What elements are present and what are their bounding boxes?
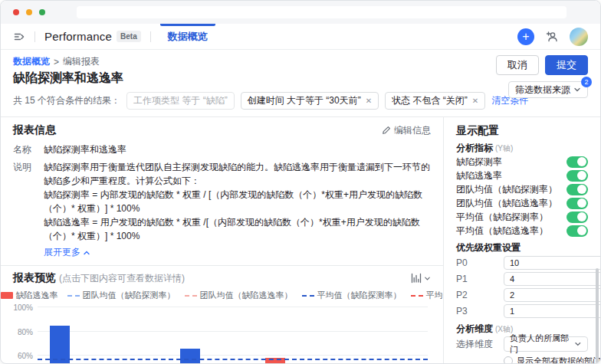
toggle-switch[interactable] (567, 156, 588, 168)
report-panel: 报表信息 编辑信息 名称 缺陷探测率和逃逸率 说明 缺陷探测率用于衡量迭代团队自… (1, 117, 444, 364)
name-label: 名称 (13, 143, 44, 156)
submit-button[interactable]: 提交 (545, 55, 588, 75)
weight-input[interactable] (504, 288, 600, 302)
breadcrumb-separator: > (54, 57, 59, 67)
toggle-switch[interactable] (567, 170, 588, 182)
bar-group[interactable] (103, 307, 168, 364)
weight-input[interactable] (504, 256, 600, 270)
legend-label: 团队均值（缺陷逃逸率） (200, 290, 293, 301)
bar-groups (38, 307, 428, 364)
weight-label: P2 (456, 290, 504, 300)
toggle-switch[interactable] (567, 184, 588, 195)
user-avatar[interactable] (570, 28, 588, 46)
report-preview-title: 报表预览 (13, 271, 56, 285)
filter-source-button[interactable]: 筛选数据来源 2 (508, 81, 588, 98)
description-line: 缺陷探测率 = 内部发现的缺陷数 * 权重 / [（内部发现的缺陷数（个）*权重… (44, 188, 431, 215)
description-label: 说明 (13, 160, 44, 243)
y-axis-tick: 80% (18, 327, 33, 336)
legend-line-swatch (185, 295, 197, 297)
legend-item[interactable]: 平均值（缺陷探测率） (302, 290, 402, 301)
toggle-knob (577, 171, 586, 180)
metric-toggle-label: 缺陷探测率 (456, 156, 502, 169)
remove-filter-icon[interactable]: ✕ (366, 97, 372, 105)
legend-item[interactable]: 缺陷逃逸率 (1, 290, 58, 301)
window-zoom-button[interactable] (39, 9, 45, 15)
legend-item[interactable]: 平均值（缺陷逃逸率） (411, 290, 445, 301)
chevron-down-icon (424, 275, 431, 282)
y-axis-tick: 60% (18, 352, 33, 360)
metric-toggle-label: 平均值（缺陷逃逸率） (456, 225, 548, 238)
breadcrumb-current: 编辑报表 (63, 55, 100, 68)
bar-group[interactable] (168, 307, 233, 364)
dimension-select[interactable]: 负责人的所属部门 (504, 336, 588, 352)
display-config-panel: 显示配置 分析指标 (Y轴) 缺陷探测率缺陷逃逸率团队均值（缺陷探测率）团队均值… (444, 117, 600, 364)
bar-group[interactable] (232, 307, 297, 364)
filter-chip[interactable]: 状态 不包含 “关闭”✕ (385, 92, 485, 110)
legend-label: 缺陷逃逸率 (16, 290, 58, 301)
legend-item[interactable]: 团队均值（缺陷逃逸率） (185, 290, 293, 301)
edit-info-link[interactable]: 编辑信息 (382, 124, 431, 137)
weight-label: P1 (456, 274, 504, 284)
metric-toggle-list: 缺陷探测率缺陷逃逸率团队均值（缺陷探测率）团队均值（缺陷逃逸率）平均值（缺陷探测… (456, 155, 588, 238)
results-summary: 共 15 个符合条件的结果： (13, 94, 120, 107)
app-header: Performance Beta 数据概览 + (1, 24, 600, 50)
tab-data-overview[interactable]: 数据概览 (160, 24, 215, 50)
filter-chip: 工作项类型 等于 “缺陷” (126, 92, 235, 110)
cancel-button[interactable]: 取消 (496, 55, 539, 75)
legend-label: 平均值（缺陷逃逸率） (426, 290, 445, 301)
chart-legend: 缺陷探测率缺陷逃逸率团队均值（缺陷探测率）团队均值（缺陷逃逸率）平均值（缺陷探测… (13, 290, 431, 301)
toggle-switch[interactable] (567, 212, 588, 223)
invite-user-icon[interactable] (545, 30, 559, 44)
scrollbar-thumb[interactable] (596, 268, 599, 364)
chart[interactable]: 020%40%60%80%100% 业务一组业务二组业务三组业务四组业务五组业务… (13, 307, 431, 364)
radio-button[interactable] (504, 356, 513, 364)
create-button[interactable]: + (517, 28, 534, 45)
bar-group[interactable] (38, 307, 103, 364)
description-value: 缺陷探测率用于衡量迭代团队自主探测发现缺陷的能力。缺陷逃逸率用于衡量遗漏到下一环… (44, 160, 431, 243)
weight-list: P0P1P2P3 (456, 254, 588, 319)
metric-toggle-label: 平均值（缺陷探测率） (456, 211, 548, 224)
weight-input[interactable] (504, 304, 600, 318)
remove-filter-icon[interactable]: ✕ (472, 97, 478, 105)
department-radio-option[interactable]: 显示全部有数据的部门 (504, 354, 588, 364)
name-value: 缺陷探测率和逃逸率 (44, 143, 126, 156)
sidebar-collapse-icon[interactable] (13, 31, 25, 43)
window-close-button[interactable] (13, 9, 19, 15)
weight-row: P1 (456, 271, 588, 287)
breadcrumb-data-overview[interactable]: 数据概览 (13, 55, 50, 68)
filter-source-badge: 2 (581, 77, 592, 87)
metric-toggle-row: 团队均值（缺陷探测率） (456, 182, 588, 196)
legend-item[interactable]: 团队均值（缺陷探测率） (67, 290, 176, 301)
toggle-knob (577, 226, 586, 235)
toggle-switch[interactable] (567, 198, 588, 209)
expand-more-link[interactable]: 展开更多 (44, 246, 90, 259)
bar-chart-icon (411, 273, 422, 284)
weight-label: P3 (456, 306, 504, 316)
weight-row: P3 (456, 303, 588, 319)
config-panel-title: 显示配置 (456, 124, 588, 136)
bar-group[interactable] (297, 307, 363, 364)
address-bar[interactable] (77, 6, 567, 18)
legend-line-swatch (411, 295, 423, 297)
bar-group[interactable] (363, 307, 428, 364)
metric-toggle-row: 缺陷逃逸率 (456, 169, 588, 182)
toggle-switch[interactable] (567, 225, 588, 237)
metric-toggle-row: 平均值（缺陷探测率） (456, 210, 588, 224)
weight-row: P2 (456, 287, 588, 303)
breadcrumb: 数据概览 > 编辑报表 (13, 55, 496, 68)
filter-chip[interactable]: 创建时间 大于等于 “30天前”✕ (241, 92, 379, 110)
app-name: Performance (44, 30, 112, 43)
metric-toggle-label: 团队均值（缺陷探测率） (456, 183, 557, 196)
beta-badge: Beta (117, 31, 141, 42)
window-minimize-button[interactable] (26, 9, 32, 15)
toggle-knob (577, 212, 586, 221)
radio-label: 显示全部有数据的部门 (517, 356, 600, 364)
chart-type-button[interactable] (411, 273, 431, 284)
legend-line-swatch (67, 295, 80, 297)
preview-hint: (点击下图内容可查看数据详情) (59, 272, 185, 285)
weight-input[interactable] (504, 272, 600, 286)
bar[interactable] (180, 349, 200, 364)
department-radio-list: 显示全部有数据的部门按顺序显示前个部门显示指定的部门 (456, 354, 588, 364)
filters-row: 共 15 个符合条件的结果： 工作项类型 等于 “缺陷”创建时间 大于等于 “3… (13, 92, 496, 110)
weight-row: P0 (456, 254, 588, 271)
